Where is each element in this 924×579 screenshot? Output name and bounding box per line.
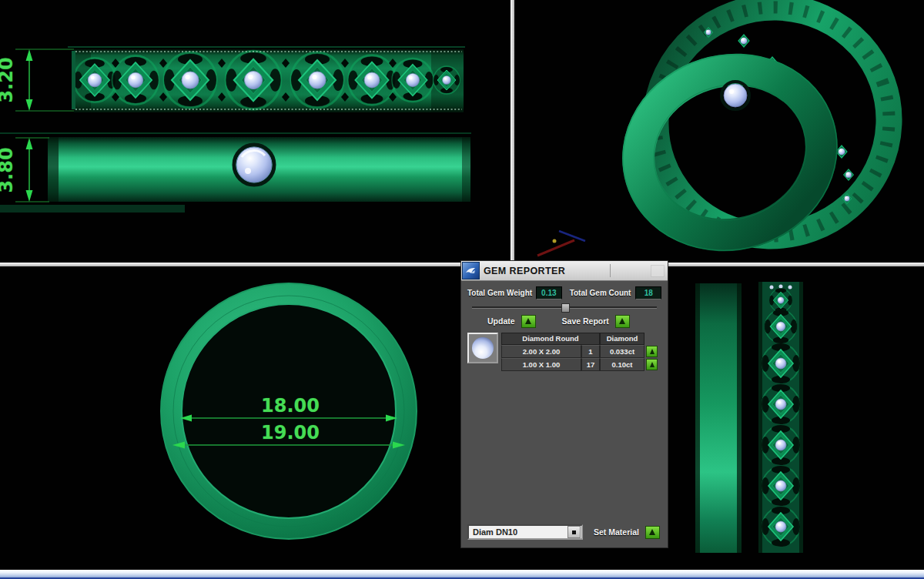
material-dropdown[interactable]: Diam DN10	[467, 524, 583, 540]
gem-thumbnail[interactable]	[467, 333, 498, 363]
dim-text-3-80: 3.80	[0, 147, 17, 192]
material-dropdown-value: Diam DN10	[469, 527, 567, 537]
dropdown-arrow-button[interactable]	[567, 526, 581, 538]
update-button[interactable]	[521, 315, 536, 328]
gem-table: Diamond Round Diamond 2.00 X 2.00 1 0.03…	[467, 333, 661, 371]
up-arrow-icon	[525, 318, 531, 324]
flush-set-gem	[724, 84, 747, 107]
up-arrow-icon	[650, 349, 654, 354]
plain-band-front-view	[0, 133, 471, 213]
dialog-slider[interactable]	[472, 303, 657, 311]
material-row: Diam DN10 Set Material	[467, 524, 661, 543]
row-weight[interactable]: 0.10ct	[600, 358, 644, 371]
row-size[interactable]: 2.00 X 2.00	[501, 345, 581, 358]
titlebar-separator	[610, 264, 611, 277]
viewport-divider-vertical[interactable]	[511, 0, 514, 264]
dim-text-18-00: 18.00	[261, 395, 320, 417]
row-action-button[interactable]	[646, 359, 658, 370]
dialog-title: GEM REPORTER	[484, 266, 565, 276]
gem-reporter-dialog: GEM REPORTER Total Gem Weight 0.13 Total…	[460, 260, 668, 548]
table-header-material: Diamond	[600, 333, 644, 345]
row-count[interactable]: 1	[581, 345, 600, 358]
viewport-bottom-left[interactable]: 18.00 19.00	[0, 266, 511, 579]
table-header-gem: Diamond Round	[501, 333, 600, 345]
save-report-label: Save Report	[562, 316, 609, 326]
application-canvas: 3.20 3.80	[0, 0, 924, 579]
center-gem	[236, 147, 272, 182]
set-material-button[interactable]	[645, 526, 660, 539]
up-arrow-icon	[650, 362, 654, 367]
row-action-button[interactable]	[646, 346, 658, 357]
dimension-shank-width: 3.80	[0, 138, 49, 202]
total-gem-count-value: 18	[635, 286, 661, 300]
window-bottom-strip	[0, 570, 924, 579]
dialog-close-button[interactable]	[651, 265, 665, 277]
plain-band-profile	[695, 283, 742, 553]
up-arrow-icon	[649, 529, 655, 535]
header-spacer	[644, 333, 658, 345]
gem-reporter-app-icon	[462, 262, 480, 279]
viewport-top-right[interactable]	[514, 0, 924, 263]
ornate-band-profile	[758, 282, 803, 553]
dimension-band-width: 3.20	[0, 49, 74, 111]
axis-gizmo-icon	[537, 231, 585, 256]
up-arrow-icon	[619, 318, 625, 324]
save-report-button[interactable]	[615, 315, 630, 328]
set-material-label: Set Material	[594, 527, 639, 537]
update-label: Update	[487, 316, 515, 326]
dropdown-square-icon	[572, 530, 576, 534]
total-gem-weight-label: Total Gem Weight	[467, 289, 532, 297]
dialog-body: Total Gem Weight 0.13 Total Gem Count 18…	[461, 281, 668, 547]
row-size[interactable]: 1.00 X 1.00	[501, 358, 581, 371]
dim-text-3-20: 3.20	[0, 57, 17, 102]
viewport-bottom-right[interactable]	[668, 266, 924, 579]
viewport-top-left[interactable]: 3.20 3.80	[0, 0, 511, 263]
round-gem-sphere-icon	[472, 337, 494, 359]
dim-text-19-00: 19.00	[261, 422, 320, 443]
row-count[interactable]: 17	[581, 358, 600, 371]
ornate-band-side-view	[68, 47, 465, 112]
slider-handle[interactable]	[561, 303, 570, 313]
total-gem-weight-value: 0.13	[536, 286, 562, 300]
dialog-titlebar[interactable]: GEM REPORTER	[461, 261, 668, 281]
total-gem-count-label: Total Gem Count	[570, 289, 631, 297]
row-weight[interactable]: 0.033ct	[600, 345, 644, 358]
